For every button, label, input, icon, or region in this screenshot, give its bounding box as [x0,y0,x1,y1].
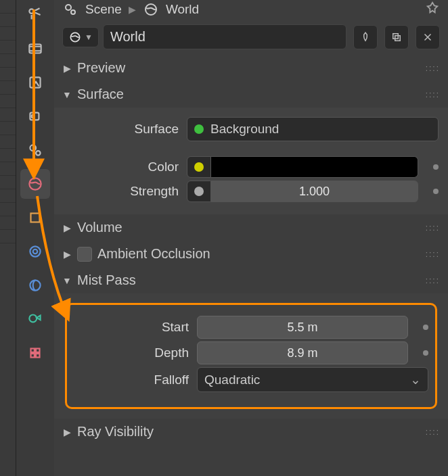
animate-dot-icon[interactable] [433,164,439,170]
shader-swatch-icon [194,124,204,134]
disclosure-down-icon: ▼ [62,275,72,286]
annotation-highlight: Start 5.5 m Depth 8.9 m Falloff Quadrati… [65,303,437,409]
object-tab[interactable] [20,203,50,233]
unlink-button[interactable] [416,25,440,49]
breadcrumb: Scene ▶ World [54,0,448,19]
svg-point-0 [29,9,34,13]
color-preview[interactable] [211,156,418,178]
animate-dot-icon[interactable] [423,325,428,330]
drag-handle-icon[interactable]: :::: [426,276,440,285]
breadcrumb-scene[interactable]: Scene [85,2,122,17]
svg-point-4 [32,115,35,118]
svg-point-6 [36,151,41,156]
world-color-field[interactable] [187,156,418,178]
mist-falloff-enum[interactable]: Quadratic ⌄ [197,367,428,392]
surface-section-header[interactable]: ▼ Surface :::: [54,81,448,108]
surface-shader-enum[interactable]: Background [187,117,439,141]
preview-label: Preview [77,60,125,76]
world-name-input[interactable] [103,24,346,49]
color-socket-icon [194,162,204,172]
render-tab[interactable] [20,0,50,30]
ao-checkbox[interactable] [77,247,92,262]
svg-rect-13 [31,349,35,352]
properties-tab-column [16,0,54,476]
ao-section-header[interactable]: ▶ Ambient Occlusion :::: [54,241,448,267]
timeline-strip [0,0,16,476]
mist-falloff-label: Falloff [74,373,189,387]
modifiers-tab[interactable] [20,237,50,266]
datablock-row: ▼ [54,19,448,55]
ray-label: Ray Visibility [77,424,154,439]
properties-panel: Scene ▶ World ▼ ▶ Preview :::: ▼ Surface [54,0,448,476]
animate-dot-icon[interactable] [433,189,439,194]
particles-tab[interactable] [20,270,50,300]
svg-point-11 [30,280,40,290]
svg-point-10 [33,249,38,254]
pin-icon[interactable] [425,1,440,19]
svg-rect-15 [31,354,35,357]
view-layer-tab[interactable] [20,68,50,97]
mist-section-body: Start 5.5 m Depth 8.9 m Falloff Quadrati… [54,293,448,419]
chevron-right-icon: ▶ [129,4,136,15]
svg-rect-8 [31,214,40,222]
svg-rect-1 [29,45,41,53]
scene-icon [62,1,79,18]
surface-shader-value: Background [210,122,279,137]
drag-handle-icon[interactable]: :::: [426,427,440,437]
material-tab[interactable] [20,338,50,368]
preview-section-header[interactable]: ▶ Preview :::: [54,55,448,81]
mist-depth-label: Depth [74,346,189,360]
surface-section-body: Surface Background Color Strength [54,108,448,214]
ao-label: Ambient Occlusion [97,246,210,262]
world-icon [143,1,159,18]
surface-label: Surface [77,87,124,102]
scene-tab[interactable] [20,101,50,131]
mist-section-header[interactable]: ▼ Mist Pass :::: [54,267,448,293]
svg-point-17 [66,5,71,10]
physics-tab[interactable] [20,304,50,334]
mist-start-value: 5.5 m [287,320,317,335]
volume-label: Volume [77,220,122,235]
breadcrumb-world[interactable]: World [166,2,199,17]
strength-field[interactable]: 1.000 [187,181,418,202]
mist-label: Mist Pass [77,272,136,288]
drag-handle-icon[interactable]: :::: [426,90,440,99]
svg-point-5 [30,145,36,151]
mist-start-label: Start [74,320,189,335]
world-datablock-selector[interactable]: ▼ [62,27,99,47]
disclosure-right-icon: ▶ [62,427,72,437]
disclosure-right-icon: ▶ [62,63,72,74]
disclosure-down-icon: ▼ [62,89,72,100]
svg-rect-16 [36,354,39,357]
output-tab[interactable] [20,34,50,64]
world-tab[interactable] [20,169,50,199]
ray-section-header[interactable]: ▶ Ray Visibility :::: [54,419,448,445]
strength-label: Strength [64,184,179,199]
mist-start-field[interactable]: 5.5 m [197,316,408,339]
disclosure-right-icon: ▶ [62,222,72,233]
mist-depth-value: 8.9 m [287,346,317,360]
disclosure-right-icon: ▶ [62,249,72,260]
mist-depth-field[interactable]: 8.9 m [197,341,408,364]
drag-handle-icon[interactable]: :::: [426,223,440,233]
new-datablock-button[interactable] [384,25,409,49]
scene-tab-alt[interactable] [20,135,50,165]
svg-point-12 [29,315,37,323]
strength-value[interactable]: 1.000 [211,181,418,202]
svg-point-18 [71,10,75,14]
color-label: Color [64,160,179,174]
surface-shader-label: Surface [64,122,179,137]
fake-user-button[interactable] [353,25,378,49]
svg-point-9 [30,246,40,256]
chevron-down-icon: ⌄ [410,372,421,387]
animate-dot-icon[interactable] [423,350,428,356]
volume-section-header[interactable]: ▶ Volume :::: [54,214,448,241]
drag-handle-icon[interactable]: :::: [426,64,440,73]
drag-handle-icon[interactable]: :::: [426,249,440,259]
value-socket-icon [194,187,204,196]
svg-rect-14 [36,349,39,352]
mist-falloff-value: Quadratic [204,373,260,387]
